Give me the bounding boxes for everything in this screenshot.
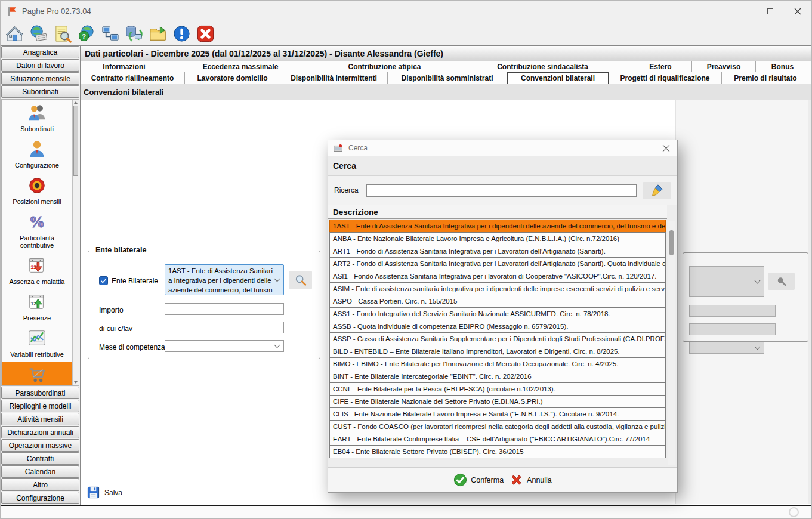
list-item[interactable]: ASPO - Cassa Portieri. Circ. n. 155/2015 (329, 295, 666, 308)
toolbar-network-button[interactable] (100, 24, 120, 44)
list-item[interactable]: ASSB - Quota individuale di competenza E… (329, 320, 666, 333)
close-button[interactable] (784, 1, 811, 21)
sidebar-item-presenze[interactable]: 12Presenze (2, 289, 72, 325)
list-item[interactable]: BILD - ENTEBILD – Ente Bilaterale Italia… (329, 345, 666, 358)
sidebar-item-altro[interactable]: Altro (1, 478, 79, 491)
tab-disponibilit-somministrati[interactable]: Disponibilità somministrati (388, 72, 507, 84)
clear-search-button[interactable] (643, 182, 671, 199)
maximize-button[interactable] (757, 1, 784, 21)
sidebar-item-subordinati[interactable]: Subordinati (2, 100, 72, 136)
annulla-label: Annulla (527, 476, 552, 484)
sidebar-item-datori-di-lavoro[interactable]: Datori di lavoro (1, 59, 79, 72)
list-scroll-thumb[interactable] (669, 230, 674, 255)
list-item[interactable]: ASIM - Ente di assistenza sanitaria inte… (329, 282, 666, 295)
toolbar-world-news-button[interactable] (29, 24, 48, 44)
mese-combo[interactable] (165, 340, 284, 352)
tab-contratto-riallineamento[interactable]: Contratto riallineamento (81, 72, 185, 84)
toolbar-info-button[interactable] (172, 24, 192, 44)
annulla-button[interactable]: Annulla (510, 473, 552, 487)
dialog-footer: Conferma Annulla (328, 467, 677, 492)
list-item[interactable]: ART2 - Fondo di Assistenza Sanitaria Int… (329, 257, 666, 270)
list-scrollbar[interactable] (668, 221, 675, 465)
sidebar-item-dichiarazioni-annuali[interactable]: Dichiarazioni annuali (1, 426, 79, 438)
tab-contribuzione-atipica[interactable]: Contribuzione atipica (313, 61, 456, 72)
world-news-icon (29, 24, 48, 43)
ente-search-button[interactable] (289, 271, 312, 289)
dialog-header: Cerca (328, 156, 677, 176)
sidebar-item-parasubordinati[interactable]: Parasubordinati (1, 387, 79, 399)
list-item[interactable]: CLIS - Ente Nazionale Bilaterale Lavoro … (329, 407, 666, 421)
salva-button[interactable]: Salva (87, 486, 122, 499)
tab-progetti-di-riqualificazione[interactable]: Progetti di riqualificazione (609, 72, 722, 84)
sidebar-item-assenza-e-malattia[interactable]: 12Assenza e malattia (2, 252, 72, 289)
sidebar-item-variabili-retributive[interactable]: Variabili retributive (2, 325, 72, 362)
ricerca-label: Ricerca (334, 186, 360, 194)
importo-input[interactable] (165, 303, 284, 315)
list-item[interactable]: EART - Ente Bilaterale Confimprese Itali… (329, 432, 666, 446)
sidebar-item-contratti[interactable]: Contratti (1, 452, 79, 465)
sidebar-item-riepiloghi-e-modelli[interactable]: Riepiloghi e modelli (1, 400, 79, 412)
toolbar-note-search-button[interactable] (53, 24, 72, 44)
tab-preavviso[interactable]: Preavviso (692, 61, 756, 72)
ricerca-input[interactable] (366, 184, 637, 197)
list-item[interactable]: ASSP - Cassa di Assistenza Sanitaria Sup… (329, 332, 666, 345)
list-item[interactable]: EB04 - Ente Bilaterale Settore Privato (… (329, 445, 666, 458)
minimize-button[interactable] (729, 1, 757, 21)
sidebar-item-subordinati[interactable]: Subordinati (1, 85, 79, 98)
dialog-close-button[interactable] (659, 141, 672, 155)
tab-contribuzione-sindacalista[interactable]: Contribuzione sindacalista (456, 61, 629, 72)
close-icon (794, 8, 801, 15)
list-item[interactable]: BINT - Ente Bilaterale Intercategoriale … (329, 370, 666, 383)
sidebar-item-operazioni-massive[interactable]: Operazioni massive (1, 439, 79, 452)
list-item[interactable]: ASI1 - Fondo Assistenza Sanitaria Integr… (329, 270, 666, 283)
tab-lavoratore-domicilio[interactable]: Lavoratore domicilio (185, 72, 280, 84)
people-icon (27, 103, 47, 123)
tab-bonus[interactable]: Bonus (756, 61, 809, 72)
sidebar-item-posizioni-mensili[interactable]: Posizioni mensili (2, 172, 72, 209)
sidebar-scroll-thumb[interactable] (73, 106, 78, 176)
status-indicator (789, 507, 799, 517)
tab-eccedenza-massimale[interactable]: Eccedenza massimale (168, 61, 313, 72)
sidebar-item-dati-particolari[interactable]: Dati particolari (2, 362, 72, 386)
list-item[interactable]: ASS1 - Fondo Integrativo del Servizio Sa… (329, 307, 666, 320)
tab-convenzioni-bilaterali[interactable]: Convenzioni bilaterali (507, 72, 609, 84)
toolbar-help-button[interactable]: ? (76, 24, 96, 44)
main-scrollbar-track[interactable] (808, 100, 812, 504)
svg-text:?: ? (82, 32, 86, 39)
close-icon (662, 144, 670, 152)
list-item[interactable]: CUST - Fondo COASCO (per lavoratori rico… (329, 420, 666, 433)
target-icon (27, 175, 47, 196)
toolbar-home-button[interactable] (5, 24, 24, 44)
window-title: Paghe Pro 02.73.04 (22, 7, 91, 16)
ente-bilaterale-checkbox[interactable] (99, 276, 108, 285)
sidebar-item-configurazione[interactable]: Configurazione (1, 492, 79, 504)
tab-premio-di-risultato[interactable]: Premio di risultato (722, 72, 809, 84)
tab-disponibilit-intermittenti[interactable]: Disponibilità intermittenti (280, 72, 388, 84)
toolbar-folder-export-button[interactable] (148, 24, 168, 44)
ente-bilaterale-combo[interactable]: 1AST - Ente di Assistenza Sanitaria Inte… (165, 264, 284, 295)
sidebar-item-anagrafica[interactable]: Anagrafica (1, 46, 79, 58)
sidebar-item-calendari[interactable]: Calendari (1, 465, 79, 478)
di-cui-input[interactable] (165, 322, 284, 333)
list-item[interactable]: CIFE - Ente Bilaterale Nazionale del Set… (329, 395, 666, 408)
toolbar-exit-button[interactable] (196, 24, 215, 44)
tab-row-2: Contratto riallineamentoLavoratore domic… (81, 72, 812, 84)
list-item[interactable]: CCNL - Ente Bilaterale per la Pesca (EBI… (329, 382, 666, 396)
sidebar-item-attivit-mensili[interactable]: Attività mensili (1, 413, 79, 425)
exit-icon (196, 24, 215, 43)
conferma-button[interactable]: Conferma (453, 473, 504, 487)
tab-informazioni[interactable]: Informazioni (81, 61, 168, 72)
sidebar-item-situazione-mensile[interactable]: Situazione mensile (1, 72, 79, 85)
list-item[interactable]: ANBA - Ente Nazionale Bilaterale Lavoro … (329, 232, 666, 245)
sidebar-scrollbar[interactable] (72, 100, 79, 385)
toolbar-data-sync-button[interactable] (124, 24, 144, 44)
tab-estero[interactable]: Estero (629, 61, 692, 72)
title-bar[interactable]: Paghe Pro 02.73.04 (1, 1, 811, 21)
list-item[interactable]: 1AST - Ente di Assistenza Sanitaria Inte… (329, 220, 666, 233)
list-item[interactable]: BIMO - EBIMO - Ente Bilaterale per l'Inn… (329, 357, 666, 370)
list-item[interactable]: ART1 - Fondo di Assistenza Sanitaria Int… (329, 245, 666, 258)
sidebar-item-configurazione[interactable]: Configurazione (2, 136, 72, 172)
dialog-title-bar[interactable]: Cerca (328, 140, 677, 156)
sidebar-item-particolarit-contributive[interactable]: %Particolarità contributive (2, 209, 72, 252)
x-mark-icon (510, 473, 523, 487)
